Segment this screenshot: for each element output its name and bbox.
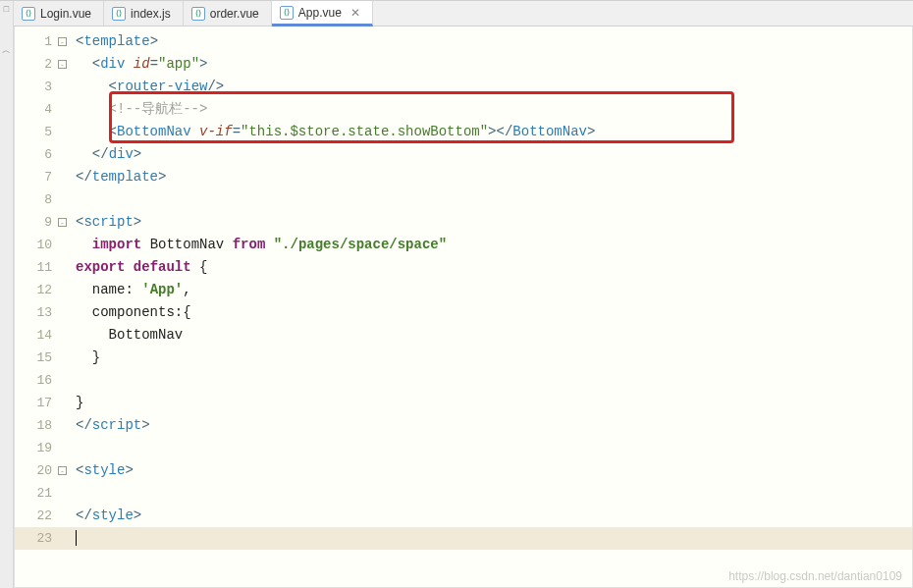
tab-login-vue[interactable]: ⟨⟩ Login.vue [14, 1, 104, 26]
code-line [72, 527, 912, 550]
code-line: BottomNav [72, 324, 912, 347]
fold-toggle-icon[interactable]: - [58, 218, 67, 227]
fold-toggle-icon[interactable]: - [58, 37, 67, 46]
code-line: <style> [72, 459, 912, 482]
vue-file-icon: ⟨⟩ [22, 7, 35, 21]
editor-window: □ ︿ ⟨⟩ Login.vue ⟨⟩ index.js ⟨⟩ order.vu… [0, 0, 913, 588]
code-line: } [72, 347, 912, 369]
vue-file-icon: ⟨⟩ [191, 7, 205, 21]
fold-toggle-icon[interactable]: - [58, 60, 67, 69]
vue-file-icon: ⟨⟩ [280, 6, 294, 20]
code-line: <div id="app"> [72, 53, 912, 76]
tab-order-vue[interactable]: ⟨⟩ order.vue [184, 1, 272, 26]
code-line: name: 'App', [72, 279, 912, 301]
tab-label: App.vue [298, 6, 342, 20]
line-number-gutter: 1 2 3 4 5 6 7 8 9 10 11 12 13 14 15 16 1… [15, 27, 58, 587]
code-line [72, 437, 912, 459]
tab-label: index.js [131, 7, 171, 21]
tab-label: order.vue [210, 7, 259, 21]
code-line: } [72, 392, 912, 414]
fold-gutter: - - - - [58, 27, 72, 587]
editor-tabs: ⟨⟩ Login.vue ⟨⟩ index.js ⟨⟩ order.vue ⟨⟩… [14, 1, 913, 27]
code-line: </style> [72, 505, 912, 527]
code-line: </script> [72, 414, 912, 437]
tab-label: Login.vue [40, 7, 91, 21]
code-line: components:{ [72, 301, 912, 324]
code-line: export default { [72, 256, 912, 279]
code-line [72, 482, 912, 505]
code-line [72, 369, 912, 392]
code-line: import BottomNav from "./pages/space/spa… [72, 234, 912, 256]
code-line: </div> [72, 143, 912, 166]
code-editor[interactable]: 1 2 3 4 5 6 7 8 9 10 11 12 13 14 15 16 1… [14, 27, 913, 588]
maximize-icon[interactable]: □ [4, 5, 9, 15]
tab-index-js[interactable]: ⟨⟩ index.js [104, 1, 184, 26]
chevron-up-icon[interactable]: ︿ [2, 44, 11, 57]
text-cursor [76, 530, 77, 546]
close-icon[interactable]: ✕ [350, 6, 360, 20]
js-file-icon: ⟨⟩ [112, 7, 126, 21]
fold-toggle-icon[interactable]: - [58, 466, 67, 475]
code-line: <script> [72, 211, 912, 234]
code-line: <router-view/> [72, 76, 912, 98]
code-line [72, 188, 912, 211]
code-line: </template> [72, 166, 912, 188]
watermark-text: https://blog.csdn.net/dantian0109 [728, 569, 902, 583]
vertical-ruler: □ ︿ [0, 1, 14, 588]
code-lines[interactable]: <template> <div id="app"> <router-view/>… [72, 27, 912, 587]
code-line: <BottomNav v-if="this.$store.state.showB… [72, 121, 912, 143]
code-line: <!--导航栏--> [72, 98, 912, 121]
code-line: <template> [72, 30, 912, 53]
tab-app-vue[interactable]: ⟨⟩ App.vue ✕ [272, 1, 373, 27]
